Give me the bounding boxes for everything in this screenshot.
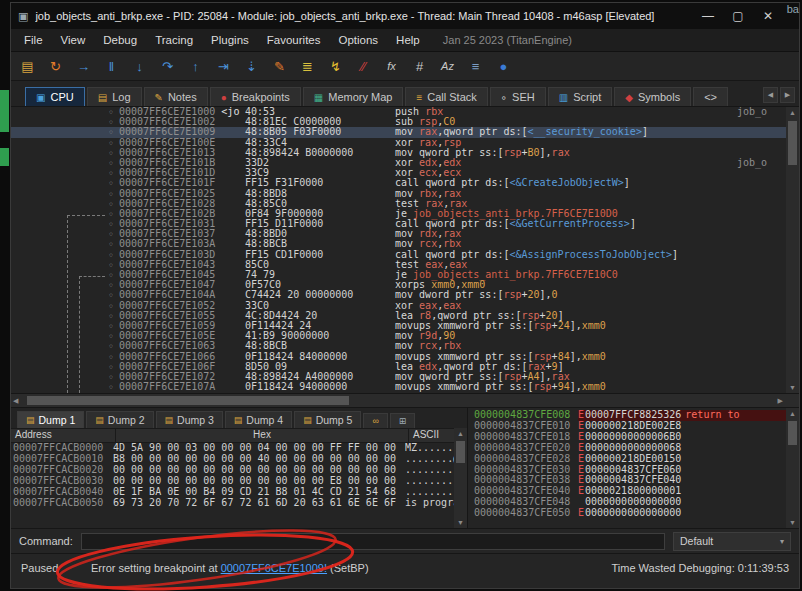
stack-panel[interactable]: 0000004837CFE008E00007FFCF8825326return … [467,408,799,528]
scroll-right-icon[interactable]: ▶ [778,394,783,407]
disasm-row[interactable]: ○00007FF6CE7E107A0F118424 94000000movups… [11,382,799,392]
minimize-button[interactable]: — [693,9,723,23]
open-file-icon[interactable]: ▤ [19,59,36,74]
breakpoint-slashes-icon[interactable]: ∕∕ [355,59,372,74]
menu-plugins[interactable]: Plugins [202,34,258,46]
breakpoint-dot-icon[interactable]: ○ [103,372,119,382]
title-bar[interactable]: ▣ job_objects_anti_brkp.exe - PID: 25084… [11,3,799,29]
breakpoint-dot-icon[interactable]: ○ [103,219,119,229]
breakpoint-dot-icon[interactable]: ○ [103,311,119,321]
stack-row[interactable]: 0000004837CFE028E000000218DE00150 [468,454,786,465]
pause-icon[interactable]: ‖ [103,59,120,74]
lightning-icon[interactable]: ↯ [327,59,344,74]
scroll-up-icon[interactable]: ▲ [786,107,799,118]
maximize-button[interactable]: ▢ [723,9,753,23]
breakpoint-dot-icon[interactable]: ○ [103,178,119,188]
tab-notes[interactable]: ✎Notes [144,87,208,106]
breakpoint-dot-icon[interactable]: ○ [103,280,119,290]
dump-row[interactable]: 00007FFCACB005069 73 20 70 72 6F 67 72 6… [11,498,467,509]
breakpoint-dot-icon[interactable]: ○ [103,138,119,148]
tab-seh[interactable]: ∘SEH [490,87,546,106]
dump-vertical-scrollbar[interactable]: ▲ ▼ [454,428,467,528]
tab-dump-1[interactable]: ▤Dump 1 [17,411,84,428]
menu-options[interactable]: Options [329,34,387,46]
breakpoint-dot-icon[interactable]: ○ [103,239,119,249]
tab-source[interactable]: <> [693,87,728,106]
menu-help[interactable]: Help [387,34,429,46]
tab-struct-tab[interactable]: ⊞ [390,413,416,428]
tab-script[interactable]: ▥Script [548,87,613,106]
breakpoint-dot-icon[interactable]: ○ [103,260,119,270]
scrollbar-thumb[interactable] [27,396,349,405]
stack-row[interactable]: 0000004837CFE050E0000000000000000 [468,508,786,519]
globe-icon[interactable]: ● [495,59,512,74]
menu-file[interactable]: File [15,34,52,46]
fx-icon[interactable]: fx [383,60,400,72]
status-address-link[interactable]: 00007FF6CE7E1009! [221,562,327,574]
step-out-icon[interactable]: ↑ [187,59,204,74]
tab-symbols[interactable]: ◆Symbols [614,87,691,106]
scroll-up-icon[interactable]: ▲ [454,428,467,439]
breakpoint-dot-icon[interactable]: ○ [103,362,119,372]
breakpoint-dot-icon[interactable]: ○ [103,301,119,311]
tab-scroll-right-icon[interactable]: ▶ [780,87,795,103]
breakpoint-dot-icon[interactable]: ○ [103,158,119,168]
tab-call-stack[interactable]: ≡Call Stack [405,87,487,106]
breakpoint-dot-icon[interactable]: ○ [103,270,119,280]
breakpoint-dot-icon[interactable]: ○ [103,250,119,260]
breakpoint-dot-icon[interactable]: ○ [103,321,119,331]
breakpoint-dot-icon[interactable]: ○ [103,199,119,209]
menu-debug[interactable]: Debug [94,34,146,46]
scrollbar-thumb[interactable] [456,441,465,463]
disassembly-horizontal-scrollbar[interactable]: ◀ ▶ [11,394,799,408]
dump-column-address[interactable]: Address [11,429,116,442]
tab-memory-map[interactable]: ▦Memory Map [303,87,404,106]
step-into-icon[interactable]: ↓ [131,59,148,74]
favourites-icon[interactable]: ≣ [299,59,316,74]
animate-into-icon[interactable]: ⇣ [243,59,260,74]
breakpoint-dot-icon[interactable]: ○ [103,382,119,392]
tab-scroll-left-icon[interactable]: ◀ [763,87,778,103]
menu-favourites[interactable]: Favourites [258,34,330,46]
tab-breakpoints[interactable]: ●Breakpoints [210,87,301,106]
scroll-down-icon[interactable]: ▼ [454,517,467,528]
scroll-down-icon[interactable]: ▼ [786,517,799,528]
scroll-left-icon[interactable]: ◀ [13,394,18,407]
tab-dump-4[interactable]: ▤Dump 4 [225,411,292,428]
breakpoint-dot-icon[interactable]: ○ [103,117,119,127]
tab-dump-5[interactable]: ▤Dump 5 [294,411,361,428]
patch-icon[interactable]: ✎ [271,59,288,74]
stack-vertical-scrollbar[interactable]: ▲ ▼ [786,408,799,528]
breakpoint-dot-icon[interactable]: ○ [103,331,119,341]
stack-row[interactable]: 0000004837CFE020E0000000000000068 [468,443,786,454]
dump-column-hex[interactable]: Hex [116,429,409,442]
breakpoint-dot-icon[interactable]: ○ [103,290,119,300]
run-to-cursor-icon[interactable]: ⇥ [215,59,232,74]
struct-list-icon[interactable]: ≡ [467,59,484,74]
disassembly-panel[interactable]: ○00007FF6CE7E1000 <jo40:53push rbxjob_o○… [11,107,799,394]
tab-dump-3[interactable]: ▤Dump 3 [156,411,223,428]
restart-icon[interactable]: ↻ [47,59,64,74]
close-button[interactable]: ✕ [753,9,783,23]
scroll-down-icon[interactable]: ▼ [786,382,799,393]
breakpoint-dot-icon[interactable]: ○ [103,168,119,178]
breakpoint-dot-icon[interactable]: ○ [103,127,119,137]
dump-row[interactable]: 00007FFCACB00400E 1F BA 0E 00 B4 09 CD 2… [11,487,467,498]
scrollbar-thumb[interactable] [788,421,797,445]
command-profile-dropdown[interactable]: Default ▾ [673,532,791,551]
breakpoint-dot-icon[interactable]: ○ [103,341,119,351]
scrollbar-thumb[interactable] [788,121,797,165]
breakpoint-dot-icon[interactable]: ○ [103,148,119,158]
tab-cpu[interactable]: ▣CPU [25,87,85,106]
az-icon[interactable]: Az [439,60,456,72]
tab-dump-2[interactable]: ▤Dump 2 [86,411,153,428]
run-icon[interactable]: → [75,59,92,74]
breakpoint-dot-icon[interactable]: ○ [103,352,119,362]
breakpoint-dot-icon[interactable]: ○ [103,189,119,199]
breakpoint-dot-icon[interactable]: ○ [103,107,119,117]
menu-tracing[interactable]: Tracing [146,34,202,46]
breakpoint-dot-icon[interactable]: ○ [103,229,119,239]
menu-view[interactable]: View [52,34,95,46]
breakpoint-dot-icon[interactable]: ○ [103,209,119,219]
tab-log[interactable]: ▤Log [87,87,142,106]
